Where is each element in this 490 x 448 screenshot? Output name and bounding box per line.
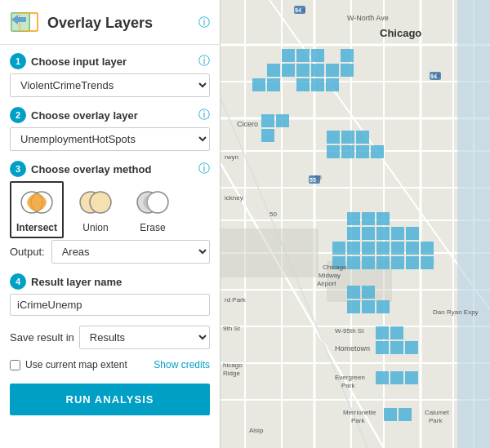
svg-rect-66 [376,227,390,240]
svg-rect-72 [332,242,345,255]
svg-rect-76 [376,256,390,269]
svg-text:Chicago: Chicago [323,264,347,271]
svg-text:Merrionette: Merrionette [343,409,376,416]
svg-rect-63 [376,212,390,225]
svg-text:94: 94 [295,7,301,13]
info-icon-step3[interactable]: ⓘ [198,162,210,176]
checkbox-row: Use current map extent Show credits [10,359,210,370]
step2-header: 2 Choose overlay layer ⓘ [10,107,210,123]
intersect-label: Intersect [16,222,57,233]
step1-badge: 1 [10,53,26,69]
svg-rect-82 [421,256,434,269]
panel-header: Overlay Layers ⓘ [0,0,220,45]
save-select[interactable]: Results [79,326,210,349]
svg-text:ickney: ickney [225,194,243,202]
svg-rect-93 [376,371,389,384]
svg-rect-34 [220,228,318,277]
svg-rect-67 [391,227,404,240]
step4-label: Result layer name [31,276,122,288]
svg-rect-97 [399,408,412,421]
info-icon-step2[interactable]: ⓘ [198,108,210,122]
svg-rect-95 [405,371,418,384]
overlay-layer-select[interactable]: UnemploymentHotSpots [10,127,210,151]
output-row: Output: AreasLinesPoints [10,240,210,264]
svg-text:Hometown: Hometown [335,344,370,353]
svg-rect-79 [406,242,419,255]
svg-rect-71 [391,242,404,255]
erase-icon [134,186,172,219]
svg-rect-68 [347,242,360,255]
svg-rect-38 [311,49,324,62]
overlay-layers-icon [10,8,39,38]
method-union-button[interactable]: Union [70,181,121,238]
svg-text:Chicago: Chicago [380,27,421,39]
panel-title: Overlay Layers [47,15,153,32]
svg-rect-57 [327,145,340,158]
overlay-layer-select-wrapper: UnemploymentHotSpots [10,127,210,151]
union-icon [77,186,114,219]
intersect-icon [18,186,56,219]
method-erase-button[interactable]: Erase [127,181,178,238]
svg-rect-62 [362,212,375,225]
output-select[interactable]: AreasLinesPoints [51,240,210,264]
run-analysis-button[interactable]: RUN ANALYSIS [10,384,210,415]
save-label: Save result in [10,331,74,344]
svg-rect-54 [327,131,340,144]
svg-text:Calumet: Calumet [425,409,450,416]
svg-text:W-North Ave: W-North Ave [347,14,389,22]
step2-badge: 2 [10,107,26,123]
svg-rect-51 [261,114,274,127]
svg-rect-50 [252,78,265,91]
svg-rect-92 [405,341,418,354]
svg-text:55: 55 [310,177,316,183]
result-name-input[interactable] [10,294,210,316]
left-panel: Overlay Layers ⓘ 1 Choose input layer ⓘ … [0,0,220,448]
step4-header: 4 Result layer name [10,273,210,290]
svg-rect-36 [282,49,295,62]
info-icon-header[interactable]: ⓘ [198,16,210,30]
svg-rect-61 [347,212,360,225]
panel-body: 1 Choose input layer ⓘ ViolentCrimeTrend… [0,45,220,448]
svg-rect-69 [362,242,375,255]
step4-badge: 4 [10,273,26,290]
svg-rect-33 [457,0,490,448]
svg-text:Park: Park [351,417,365,424]
svg-rect-41 [311,64,324,77]
svg-text:Dan Ryan Expy: Dan Ryan Expy [433,308,479,316]
save-row: Save result in Results [10,326,210,349]
svg-text:W-95th St: W-95th St [335,327,364,335]
svg-text:Midway: Midway [318,272,341,279]
step3-badge: 3 [10,161,26,177]
step3-section: 3 Choose overlay method ⓘ Intersect [10,161,210,264]
svg-rect-75 [362,256,375,269]
map-panel: Chicago W-North Ave Cicero rwyn ickney C… [220,0,490,448]
svg-text:Evergreen: Evergreen [335,374,365,381]
svg-rect-89 [390,326,403,339]
svg-text:rd Park: rd Park [225,296,247,304]
step1-label: Choose input layer [31,55,127,68]
svg-rect-80 [406,256,419,269]
map-extent-checkbox[interactable] [10,360,20,370]
svg-rect-56 [356,131,369,144]
svg-rect-55 [341,131,354,144]
step3-header: 3 Choose overlay method ⓘ [10,161,210,177]
checkbox-label: Use current map extent [25,359,127,370]
svg-rect-37 [296,49,310,62]
svg-text:rwyn: rwyn [225,153,238,161]
step2-label: Choose overlay layer [31,109,138,122]
svg-rect-64 [347,227,360,240]
svg-rect-39 [282,64,295,77]
svg-rect-65 [362,227,375,240]
input-layer-select[interactable]: ViolentCrimeTrends [10,73,210,97]
info-icon-step1[interactable]: ⓘ [198,54,210,69]
step3-label: Choose overlay method [31,163,151,175]
method-intersect-button[interactable]: Intersect [10,181,64,238]
step4-section: 4 Result layer name [10,273,210,316]
svg-text:Alsip: Alsip [249,427,264,434]
show-credits-link[interactable]: Show credits [154,359,210,370]
svg-text:Ridge: Ridge [223,370,240,377]
svg-text:9th St: 9th St [223,325,241,332]
svg-text:Park: Park [429,417,443,424]
svg-rect-52 [276,114,289,127]
svg-text:Cicero: Cicero [237,120,258,128]
